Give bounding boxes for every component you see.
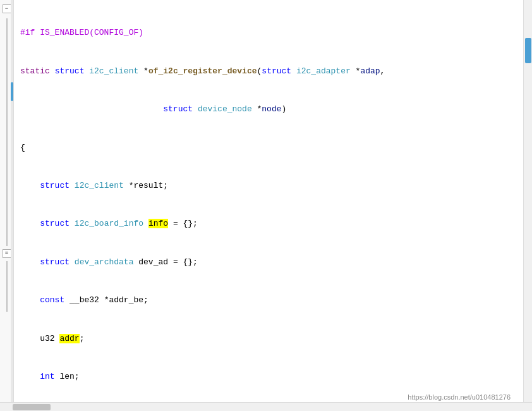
code-line-2: static struct i2c_client *of_i2c_registe…	[19, 65, 518, 78]
code-content: #if IS_ENABLED(CONFIG_OF) static struct …	[14, 0, 523, 411]
main-container: − ≡ #if IS_ENABLED(CONFIG_OF) static str…	[0, 0, 532, 411]
bottom-scrollbar[interactable]	[0, 402, 532, 411]
code-line-9: u32 addr;	[19, 333, 518, 345]
left-gutter: − ≡	[0, 0, 14, 411]
right-scrollbar[interactable]	[523, 0, 532, 411]
code-line-7: struct dev_archdata dev_ad = {};	[19, 256, 518, 269]
code-line-5: struct i2c_client *result;	[19, 180, 518, 192]
watermark: https://blog.csdn.net/u010481276	[408, 393, 511, 401]
fold-marker-mid[interactable]: ≡	[3, 249, 11, 258]
code-line-8: const __be32 *addr_be;	[19, 294, 518, 307]
fold-marker-top[interactable]: −	[3, 4, 11, 13]
bottom-scrollbar-thumb[interactable]	[13, 404, 51, 410]
code-line-1: #if IS_ENABLED(CONFIG_OF)	[19, 27, 518, 39]
code-line-4: {	[19, 142, 518, 154]
scrollbar-thumb[interactable]	[525, 38, 531, 63]
code-area: #if IS_ENABLED(CONFIG_OF) static struct …	[14, 0, 523, 411]
code-line-3: struct device_node *node)	[19, 103, 518, 116]
code-line-6: struct i2c_board_info info = {};	[19, 218, 518, 230]
code-line-10: int len;	[19, 371, 518, 383]
